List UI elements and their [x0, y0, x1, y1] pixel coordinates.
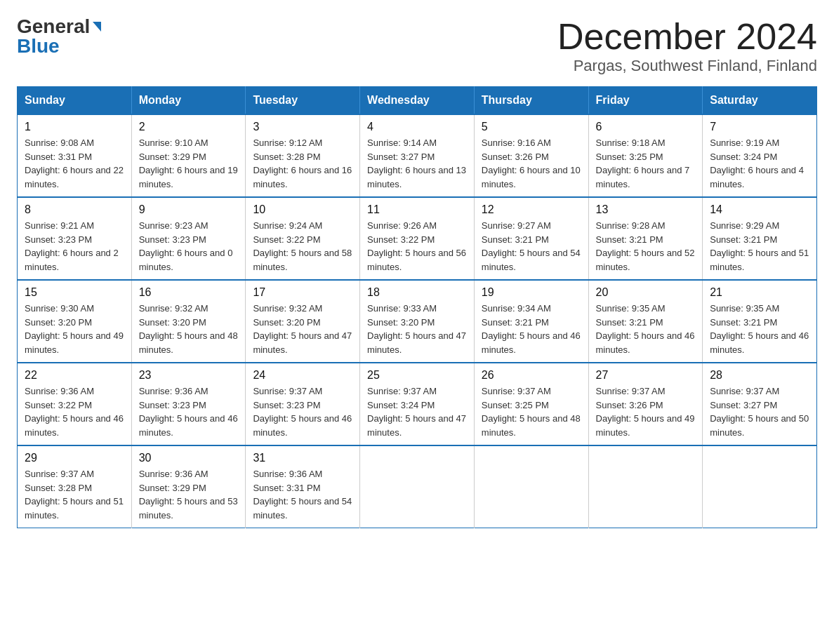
- calendar-cell: 26 Sunrise: 9:37 AM Sunset: 3:25 PM Dayl…: [474, 363, 588, 445]
- calendar-cell: [360, 445, 475, 528]
- day-info: Sunrise: 9:35 AM Sunset: 3:21 PM Dayligh…: [710, 302, 809, 356]
- calendar-cell: 12 Sunrise: 9:27 AM Sunset: 3:21 PM Dayl…: [474, 197, 588, 280]
- logo-general: General: [17, 17, 90, 36]
- col-wednesday: Wednesday: [360, 87, 475, 115]
- calendar-cell: 7 Sunrise: 9:19 AM Sunset: 3:24 PM Dayli…: [703, 114, 817, 197]
- day-info: Sunrise: 9:37 AM Sunset: 3:28 PM Dayligh…: [25, 467, 124, 522]
- day-info: Sunrise: 9:26 AM Sunset: 3:22 PM Dayligh…: [367, 219, 467, 274]
- day-number: 22: [25, 369, 124, 382]
- day-info: Sunrise: 9:36 AM Sunset: 3:31 PM Dayligh…: [253, 467, 352, 522]
- day-number: 12: [482, 203, 581, 216]
- calendar-cell: 1 Sunrise: 9:08 AM Sunset: 3:31 PM Dayli…: [18, 114, 132, 197]
- day-info: Sunrise: 9:37 AM Sunset: 3:25 PM Dayligh…: [482, 384, 581, 439]
- page-subtitle: Pargas, Southwest Finland, Finland: [557, 57, 817, 75]
- page-header: General Blue December 2024 Pargas, South…: [17, 17, 817, 75]
- day-number: 2: [139, 121, 239, 133]
- calendar-cell: 10 Sunrise: 9:24 AM Sunset: 3:22 PM Dayl…: [246, 197, 360, 280]
- calendar-cell: 27 Sunrise: 9:37 AM Sunset: 3:26 PM Dayl…: [588, 363, 703, 445]
- calendar-week-row: 8 Sunrise: 9:21 AM Sunset: 3:23 PM Dayli…: [18, 197, 817, 280]
- calendar-cell: 9 Sunrise: 9:23 AM Sunset: 3:23 PM Dayli…: [131, 197, 246, 280]
- day-number: 5: [482, 121, 581, 133]
- day-number: 10: [253, 203, 352, 216]
- logo-arrow-icon: [93, 22, 101, 32]
- col-monday: Monday: [131, 87, 246, 115]
- calendar-cell: 4 Sunrise: 9:14 AM Sunset: 3:27 PM Dayli…: [360, 114, 475, 197]
- day-info: Sunrise: 9:14 AM Sunset: 3:27 PM Dayligh…: [367, 136, 467, 191]
- day-number: 28: [710, 369, 809, 382]
- calendar-cell: [588, 445, 703, 528]
- day-number: 20: [596, 286, 696, 299]
- day-info: Sunrise: 9:32 AM Sunset: 3:20 PM Dayligh…: [253, 302, 352, 356]
- day-number: 14: [710, 203, 809, 216]
- calendar-cell: 6 Sunrise: 9:18 AM Sunset: 3:25 PM Dayli…: [588, 114, 703, 197]
- header-row: Sunday Monday Tuesday Wednesday Thursday…: [18, 87, 817, 115]
- calendar-cell: 11 Sunrise: 9:26 AM Sunset: 3:22 PM Dayl…: [360, 197, 475, 280]
- day-info: Sunrise: 9:08 AM Sunset: 3:31 PM Dayligh…: [25, 136, 124, 191]
- day-info: Sunrise: 9:16 AM Sunset: 3:26 PM Dayligh…: [482, 136, 581, 191]
- page-title: December 2024: [557, 17, 817, 57]
- day-info: Sunrise: 9:24 AM Sunset: 3:22 PM Dayligh…: [253, 219, 352, 274]
- col-friday: Friday: [588, 87, 703, 115]
- day-number: 8: [25, 203, 124, 216]
- calendar-cell: 2 Sunrise: 9:10 AM Sunset: 3:29 PM Dayli…: [131, 114, 246, 197]
- calendar-week-row: 29 Sunrise: 9:37 AM Sunset: 3:28 PM Dayl…: [18, 445, 817, 528]
- day-number: 7: [710, 121, 809, 133]
- col-tuesday: Tuesday: [246, 87, 360, 115]
- day-number: 24: [253, 369, 352, 382]
- calendar-cell: 20 Sunrise: 9:35 AM Sunset: 3:21 PM Dayl…: [588, 280, 703, 363]
- calendar-cell: 3 Sunrise: 9:12 AM Sunset: 3:28 PM Dayli…: [246, 114, 360, 197]
- day-info: Sunrise: 9:30 AM Sunset: 3:20 PM Dayligh…: [25, 302, 124, 356]
- day-info: Sunrise: 9:35 AM Sunset: 3:21 PM Dayligh…: [596, 302, 696, 356]
- calendar-week-row: 1 Sunrise: 9:08 AM Sunset: 3:31 PM Dayli…: [18, 114, 817, 197]
- day-info: Sunrise: 9:21 AM Sunset: 3:23 PM Dayligh…: [25, 219, 124, 274]
- calendar-cell: 25 Sunrise: 9:37 AM Sunset: 3:24 PM Dayl…: [360, 363, 475, 445]
- day-number: 17: [253, 286, 352, 299]
- calendar-cell: 24 Sunrise: 9:37 AM Sunset: 3:23 PM Dayl…: [246, 363, 360, 445]
- calendar-cell: [474, 445, 588, 528]
- day-info: Sunrise: 9:12 AM Sunset: 3:28 PM Dayligh…: [253, 136, 352, 191]
- day-info: Sunrise: 9:36 AM Sunset: 3:22 PM Dayligh…: [25, 384, 124, 439]
- day-info: Sunrise: 9:33 AM Sunset: 3:20 PM Dayligh…: [367, 302, 467, 356]
- calendar-body: 1 Sunrise: 9:08 AM Sunset: 3:31 PM Dayli…: [18, 114, 817, 528]
- calendar-cell: 16 Sunrise: 9:32 AM Sunset: 3:20 PM Dayl…: [131, 280, 246, 363]
- calendar-cell: 15 Sunrise: 9:30 AM Sunset: 3:20 PM Dayl…: [18, 280, 132, 363]
- calendar-cell: 17 Sunrise: 9:32 AM Sunset: 3:20 PM Dayl…: [246, 280, 360, 363]
- day-number: 31: [253, 452, 352, 464]
- day-number: 11: [367, 203, 467, 216]
- calendar-cell: 13 Sunrise: 9:28 AM Sunset: 3:21 PM Dayl…: [588, 197, 703, 280]
- calendar-cell: 19 Sunrise: 9:34 AM Sunset: 3:21 PM Dayl…: [474, 280, 588, 363]
- calendar-cell: 8 Sunrise: 9:21 AM Sunset: 3:23 PM Dayli…: [18, 197, 132, 280]
- day-number: 15: [25, 286, 124, 299]
- calendar-week-row: 15 Sunrise: 9:30 AM Sunset: 3:20 PM Dayl…: [18, 280, 817, 363]
- day-number: 18: [367, 286, 467, 299]
- calendar-cell: 23 Sunrise: 9:36 AM Sunset: 3:23 PM Dayl…: [131, 363, 246, 445]
- day-number: 23: [139, 369, 239, 382]
- calendar-cell: 30 Sunrise: 9:36 AM Sunset: 3:29 PM Dayl…: [131, 445, 246, 528]
- day-info: Sunrise: 9:37 AM Sunset: 3:27 PM Dayligh…: [710, 384, 809, 439]
- col-sunday: Sunday: [18, 87, 132, 115]
- logo-blue: Blue: [17, 36, 60, 56]
- day-number: 25: [367, 369, 467, 382]
- day-info: Sunrise: 9:18 AM Sunset: 3:25 PM Dayligh…: [596, 136, 696, 191]
- calendar-cell: 18 Sunrise: 9:33 AM Sunset: 3:20 PM Dayl…: [360, 280, 475, 363]
- day-number: 21: [710, 286, 809, 299]
- day-info: Sunrise: 9:10 AM Sunset: 3:29 PM Dayligh…: [139, 136, 239, 191]
- day-number: 4: [367, 121, 467, 133]
- calendar-table: Sunday Monday Tuesday Wednesday Thursday…: [17, 86, 817, 528]
- calendar-cell: 14 Sunrise: 9:29 AM Sunset: 3:21 PM Dayl…: [703, 197, 817, 280]
- day-info: Sunrise: 9:28 AM Sunset: 3:21 PM Dayligh…: [596, 219, 696, 274]
- day-number: 13: [596, 203, 696, 216]
- calendar-header: Sunday Monday Tuesday Wednesday Thursday…: [18, 87, 817, 115]
- calendar-cell: 28 Sunrise: 9:37 AM Sunset: 3:27 PM Dayl…: [703, 363, 817, 445]
- day-number: 30: [139, 452, 239, 464]
- calendar-cell: 29 Sunrise: 9:37 AM Sunset: 3:28 PM Dayl…: [18, 445, 132, 528]
- calendar-cell: [703, 445, 817, 528]
- calendar-cell: 21 Sunrise: 9:35 AM Sunset: 3:21 PM Dayl…: [703, 280, 817, 363]
- day-info: Sunrise: 9:37 AM Sunset: 3:24 PM Dayligh…: [367, 384, 467, 439]
- day-info: Sunrise: 9:29 AM Sunset: 3:21 PM Dayligh…: [710, 219, 809, 274]
- day-info: Sunrise: 9:36 AM Sunset: 3:23 PM Dayligh…: [139, 384, 239, 439]
- day-number: 1: [25, 121, 124, 133]
- day-info: Sunrise: 9:32 AM Sunset: 3:20 PM Dayligh…: [139, 302, 239, 356]
- day-number: 27: [596, 369, 696, 382]
- calendar-cell: 31 Sunrise: 9:36 AM Sunset: 3:31 PM Dayl…: [246, 445, 360, 528]
